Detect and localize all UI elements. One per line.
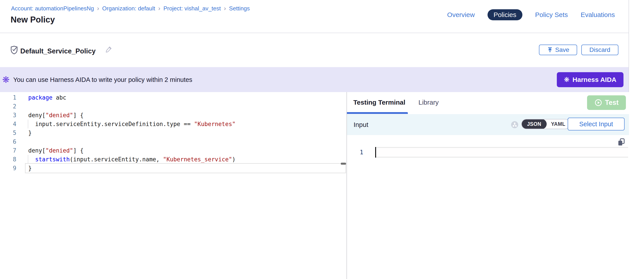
code-line-9[interactable]: 9}: [0, 164, 346, 172]
code-line-7[interactable]: 7deny["denied"] {: [0, 146, 346, 155]
policy-name: Default_Service_Policy: [20, 47, 96, 55]
breadcrumb-link-organization[interactable]: Organization: default: [102, 5, 155, 12]
copy-button[interactable]: [617, 138, 626, 146]
code-text: }: [28, 128, 32, 137]
code-line-8[interactable]: 8 startswith(input.serviceEntity.name, "…: [0, 155, 346, 164]
format-toggle[interactable]: JSONYAML: [521, 119, 570, 129]
aida-button-flower-icon: ❋: [564, 76, 570, 83]
page-title: New Policy: [10, 15, 55, 24]
code-line-3[interactable]: 3deny["denied"] {: [0, 111, 346, 120]
upload-icon: [547, 47, 553, 53]
nav-item-evaluations[interactable]: Evaluations: [581, 9, 615, 20]
code-line-6[interactable]: 6: [0, 137, 346, 146]
format-option-yaml[interactable]: YAML: [547, 119, 570, 129]
policy-nav: OverviewPoliciesPolicy SetsEvaluations: [447, 9, 615, 20]
page-header: Account: automationPipelinesNg›Organizat…: [0, 0, 628, 33]
breadcrumb: Account: automationPipelinesNg›Organizat…: [11, 5, 250, 12]
code-line-5[interactable]: 5}: [0, 128, 346, 137]
test-button[interactable]: Test: [587, 95, 626, 110]
policy-shield-icon: [10, 46, 18, 55]
aida-button-label: Harness AIDA: [572, 76, 616, 84]
save-button[interactable]: Save: [539, 44, 577, 55]
aida-banner-message: You can use Harness AIDA to write your p…: [13, 76, 192, 83]
code-line-2[interactable]: 2: [0, 102, 346, 111]
line-number: 5: [0, 130, 16, 136]
code-text: }: [28, 164, 32, 172]
code-text: startswith(input.serviceEntity.name, "Ku…: [28, 155, 236, 164]
format-option-json[interactable]: JSON: [522, 119, 547, 129]
workspace: 1package abc23deny["denied"] {4 input.se…: [0, 92, 628, 279]
input-label: Input: [354, 121, 368, 128]
edit-policy-name-button[interactable]: [105, 46, 112, 53]
breadcrumb-separator: ›: [158, 5, 160, 12]
page-content: Account: automationPipelinesNg›Organizat…: [0, 0, 629, 279]
code-text: deny["denied"] {: [28, 146, 84, 155]
code-text: input.serviceEntity.serviceDefinition.ty…: [28, 120, 236, 128]
harness-aida-button[interactable]: ❋ Harness AIDA: [557, 72, 624, 87]
terminal-tabs-row: Testing Terminal Library Test: [347, 92, 629, 114]
play-icon: [594, 99, 602, 106]
line-number: 1: [0, 94, 16, 101]
input-header: Input JSONYAML Sele: [347, 114, 629, 135]
test-input-editor[interactable]: 1: [347, 148, 629, 157]
input-current-line: [375, 147, 628, 158]
current-line-highlight: [25, 163, 346, 173]
nav-item-policies[interactable]: Policies: [488, 9, 522, 20]
input-source-icon: [511, 121, 518, 128]
code-line-1[interactable]: 1package abc: [0, 93, 346, 102]
nav-item-policy-sets[interactable]: Policy Sets: [535, 9, 568, 20]
code-line-4[interactable]: 4 input.serviceEntity.serviceDefinition.…: [0, 120, 346, 128]
line-number: 7: [0, 147, 16, 154]
active-tab-indicator: [347, 112, 408, 114]
select-input-button[interactable]: Select Input: [568, 118, 624, 130]
discard-button-label: Discard: [590, 46, 610, 54]
input-line-number: 1: [347, 148, 363, 157]
aida-flower-icon: ❋: [2, 75, 10, 84]
text-cursor: [375, 147, 376, 158]
new-policy-page: Account: automationPipelinesNg›Organizat…: [0, 0, 644, 279]
copy-icon: [617, 138, 626, 146]
breadcrumb-link-project[interactable]: Project: vishal_av_test: [163, 5, 221, 12]
breadcrumb-link-settings[interactable]: Settings: [229, 5, 250, 12]
line-number: 4: [0, 121, 16, 127]
line-number: 9: [0, 165, 16, 172]
testing-panel: Testing Terminal Library Test: [347, 92, 629, 279]
nav-item-overview[interactable]: Overview: [447, 9, 475, 20]
code-text: deny["denied"] {: [28, 111, 84, 120]
aida-banner: ❋ You can use Harness AIDA to write your…: [0, 67, 628, 92]
policy-toolbar: Default_Service_Policy Save Di: [0, 34, 628, 67]
policy-code-editor[interactable]: 1package abc23deny["denied"] {4 input.se…: [0, 92, 346, 279]
line-number: 3: [0, 112, 16, 118]
tab-library[interactable]: Library: [418, 99, 439, 106]
editor-scroll-indicator[interactable]: [341, 163, 346, 165]
save-button-label: Save: [555, 46, 570, 54]
test-button-label: Test: [605, 99, 618, 106]
breadcrumb-link-account[interactable]: Account: automationPipelinesNg: [11, 5, 94, 12]
line-number: 6: [0, 138, 16, 145]
line-number: 8: [0, 156, 16, 163]
line-number: 2: [0, 103, 16, 110]
code-text: package abc: [28, 93, 66, 102]
discard-button[interactable]: Discard: [581, 44, 618, 55]
pencil-icon: [105, 46, 112, 53]
breadcrumb-separator: ›: [224, 5, 226, 12]
breadcrumb-separator: ›: [97, 5, 99, 12]
tab-testing-terminal[interactable]: Testing Terminal: [353, 99, 406, 106]
